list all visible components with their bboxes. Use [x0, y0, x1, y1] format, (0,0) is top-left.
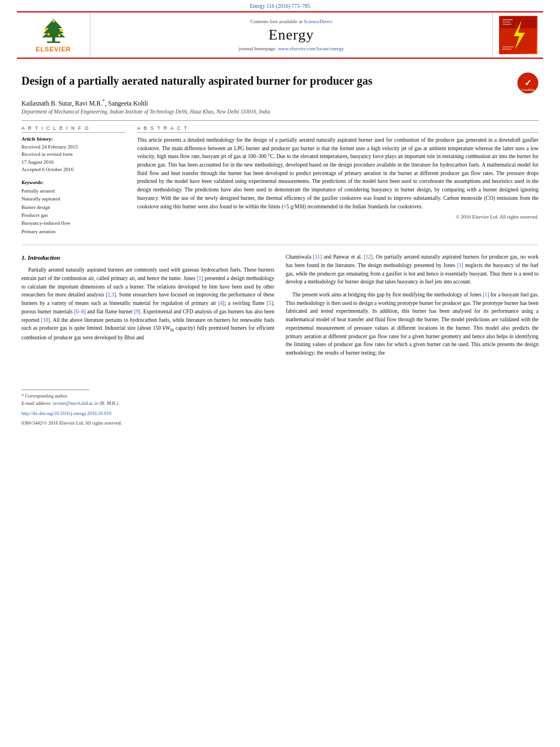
keywords-list: Partially aerated Naturally aspirated Bu…	[21, 187, 126, 235]
journal-logo-right	[492, 12, 543, 58]
journal-title: Energy	[269, 27, 314, 43]
svg-rect-16	[502, 46, 514, 47]
homepage-link[interactable]: www.elsevier.com/locate/energy	[278, 46, 344, 51]
keyword-2: Burner design	[21, 203, 126, 211]
ref-6-8[interactable]: [6–8]	[74, 309, 86, 314]
ref-1[interactable]: [1]	[197, 276, 203, 281]
email-suffix: (R. M.R.).	[99, 400, 119, 406]
keywords-label: Keywords:	[21, 180, 126, 185]
keyword-5: Primary aeration	[21, 228, 126, 235]
svg-point-9	[58, 34, 60, 37]
revised-date: 17 August 2016	[21, 159, 126, 167]
intro-right-para-2: The present work aims at bridging this g…	[286, 291, 539, 357]
journal-citation: Energy 116 (2016) 773–785	[0, 0, 560, 11]
body-left-column: 1. Introduction Partially aerated natura…	[21, 253, 274, 427]
citation-text: Energy 116 (2016) 773–785	[250, 3, 310, 9]
crossmark-badge[interactable]: ✓ CrossMark	[517, 72, 539, 95]
ref-1c[interactable]: [1]	[483, 292, 489, 298]
author-names: Kailasnath B. Sutar, Ravi M.R.*, Sangeet…	[21, 100, 148, 107]
homepage-line: journal homepage: www.elsevier.com/locat…	[239, 46, 344, 51]
svg-text:✓: ✓	[524, 78, 532, 88]
ref-9[interactable]: [9]	[134, 309, 141, 314]
svg-rect-1	[47, 41, 60, 43]
corresponding-note: * Corresponding author.	[21, 392, 274, 400]
crossmark-icon: ✓ CrossMark	[517, 72, 539, 94]
footnote-area: * Corresponding author. E-mail address: …	[21, 347, 274, 427]
science-direct-link[interactable]: ScienceDirect	[304, 19, 332, 24]
body-columns: 1. Introduction Partially aerated natura…	[21, 253, 539, 427]
article-info-label: A R T I C L E I N F O	[21, 125, 126, 133]
intro-para-1: Partially aerated naturally aspirated bu…	[21, 266, 274, 342]
ref-12[interactable]: [12]	[364, 254, 373, 260]
contents-availability: Contents lists available at ScienceDirec…	[251, 19, 333, 24]
body-divider	[21, 244, 539, 245]
affiliation: Department of Mechanical Engineering, In…	[21, 109, 539, 115]
energy-logo-box	[499, 16, 537, 54]
ref-4[interactable]: [4]	[218, 300, 225, 306]
copyright-line: © 2016 Elsevier Ltd. All rights reserved…	[137, 214, 539, 220]
journal-center: Contents lists available at ScienceDirec…	[90, 12, 492, 58]
doi-link[interactable]: http://dx.doi.org/10.1016/j.energy.2016.…	[21, 410, 111, 416]
authors-line: Kailasnath B. Sutar, Ravi M.R.*, Sangeet…	[21, 98, 539, 107]
svg-rect-17	[502, 49, 511, 50]
abstract-label: A B S T R A C T	[137, 125, 539, 133]
section1-heading: 1. Introduction	[21, 253, 274, 263]
body-right-column: Channiwala [11] and Panwar et al. [12]. …	[286, 253, 539, 427]
svg-point-7	[52, 20, 55, 23]
corresponding-label: * Corresponding author.	[21, 393, 68, 399]
article-info-column: A R T I C L E I N F O Article history: R…	[21, 125, 126, 235]
ref-11[interactable]: [11]	[313, 254, 322, 260]
history-label: Article history:	[21, 136, 126, 142]
elsevier-label: ELSEVIER	[36, 46, 71, 53]
email-label: E-mail address:	[21, 400, 51, 406]
subscript-th: th	[170, 327, 174, 333]
keyword-1: Naturally aspirated	[21, 195, 126, 203]
ref-1b[interactable]: [1]	[457, 263, 463, 268]
keyword-4: Buoyancy-induced flow	[21, 219, 126, 227]
footnote-divider	[21, 390, 89, 390]
elsevier-logo: ELSEVIER	[17, 12, 90, 58]
svg-rect-14	[502, 21, 510, 23]
keyword-0: Partially aerated	[21, 187, 126, 195]
abstract-text: This article presents a detailed methodo…	[137, 136, 539, 211]
email-link[interactable]: ravimr@mech.iitd.ac.in	[53, 400, 98, 406]
revised-label: Received in revised form	[21, 151, 126, 159]
ref-10[interactable]: [10]	[41, 317, 50, 323]
svg-point-6	[59, 28, 62, 31]
doi-area: http://dx.doi.org/10.1016/j.energy.2016.…	[21, 409, 274, 418]
email-note: E-mail address: ravimr@mech.iitd.ac.in (…	[21, 400, 274, 407]
intro-right-para-1: Channiwala [11] and Panwar et al. [12]. …	[286, 253, 539, 286]
elsevier-tree-icon	[34, 18, 73, 43]
received-date: Received 24 February 2015	[21, 143, 126, 151]
ref-2-3[interactable]: [2,3]	[106, 292, 116, 298]
energy-logo-icon	[500, 17, 536, 53]
svg-text:CrossMark: CrossMark	[521, 88, 535, 91]
svg-rect-15	[502, 24, 511, 25]
svg-rect-13	[502, 19, 513, 20]
svg-point-5	[44, 28, 47, 30]
keyword-3: Producer gas	[21, 211, 126, 219]
abstract-column: A B S T R A C T This article presents a …	[137, 125, 539, 235]
svg-point-8	[47, 33, 50, 36]
article-content: ✓ CrossMark Design of a partially aerate…	[0, 59, 560, 438]
ref-5[interactable]: [5]	[266, 300, 273, 306]
accepted-date: Accepted 6 October 2016	[21, 166, 126, 174]
journal-header: ELSEVIER Contents lists available at Sci…	[17, 11, 543, 59]
article-columns: A R T I C L E I N F O Article history: R…	[21, 125, 539, 235]
article-title: Design of a partially aerated naturally …	[21, 73, 428, 88]
corresponding-star: *	[102, 98, 105, 104]
header-divider	[21, 120, 539, 121]
issn-line: 0360-5442/© 2016 Elsevier Ltd. All right…	[21, 420, 274, 427]
